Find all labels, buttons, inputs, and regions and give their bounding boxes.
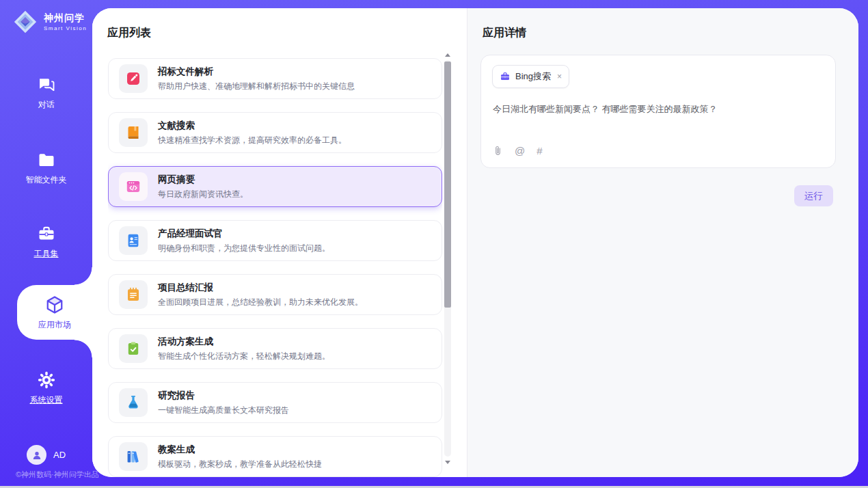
app-card-icon [119,280,148,309]
sidebar-item-label: 智能文件夹 [26,174,67,186]
sidebar-item-toolbox[interactable]: 工具集 [0,224,92,260]
app-card-list: 招标文件解析 帮助用户快速、准确地理解和解析招标书中的关键信息 文献搜索 快速精… [108,58,442,477]
scroll-down-icon[interactable] [444,458,452,466]
tool-tag-bing[interactable]: Bing搜索 × [492,65,569,88]
app-card-desc: 全面回顾项目进展，总结经验教训，助力未来优化发展。 [158,297,363,308]
app-card-icon [119,172,148,201]
briefcase-icon [500,71,511,82]
app-card-title: 招标文件解析 [158,66,355,78]
app-card-desc: 每日政府新闻资讯快查。 [158,189,248,200]
app-card-title: 教案生成 [158,444,322,456]
sidebar-item-icon [37,224,56,243]
app-card-title: 活动方案生成 [158,336,330,348]
app-card-desc: 智能生成个性化活动方案，轻松解决规划难题。 [158,351,330,362]
app-card-bid-edit[interactable]: 招标文件解析 帮助用户快速、准确地理解和解析招标书中的关键信息 [108,58,442,99]
app-card-interview[interactable]: 产品经理面试官 明确身份和职责，为您提供专业性的面试问题。 [108,220,442,261]
app-card-icon [119,442,148,471]
scrollbar[interactable] [444,51,452,466]
app-card-icon [119,334,148,363]
app-card-icon [119,64,148,93]
sidebar-item-gear[interactable]: 系统设置 [0,370,92,406]
app-card-desc: 帮助用户快速、准确地理解和解析招标书中的关键信息 [158,81,355,92]
run-button[interactable]: 运行 [794,185,833,206]
app-card-icon [119,388,148,417]
sidebar-item-label: 系统设置 [30,394,63,406]
app-card-book[interactable]: 文献搜索 快速精准查找学术资源，提高研究效率的必备工具。 [108,112,442,153]
sidebar-item-label: 应用市场 [38,319,71,331]
app-card-desc: 明确身份和职责，为您提供专业性的面试问题。 [158,243,330,254]
prompt-text[interactable]: 今日湖北有哪些新闻要点？ 有哪些需要关注的最新政策？ [493,103,824,116]
topic-icon[interactable]: # [537,146,542,156]
app-card-title: 网页摘要 [158,174,248,186]
scrollbar-thumb[interactable] [444,62,451,308]
app-card-icon [119,118,148,147]
close-icon[interactable]: × [556,72,562,81]
sidebar-item-label: 工具集 [34,248,59,260]
composer-toolbar: @ # [493,145,543,157]
main-content: 应用列表 招标文件解析 帮助用户快速、准确地理解和解析招标书中的关键信息 文献搜… [92,8,858,477]
app-card-lesson[interactable]: 教案生成 模板驱动，教案秒成，教学准备从此轻松快捷 [108,436,442,477]
app-card-research[interactable]: 研究报告 一键智能生成高质量长文本研究报告 [108,382,442,423]
sidebar-item-icon [37,150,56,170]
app-detail-panel: 应用详情 Bing搜索 × 今日湖北有哪些新闻要点？ 有哪些需要关注的最新政策？ [467,8,858,477]
app-card-title: 产品经理面试官 [158,228,330,240]
sidebar-item-folder[interactable]: 智能文件夹 [0,150,92,186]
sidebar-item-icon [44,295,65,315]
attachment-icon[interactable] [493,145,503,157]
app-card-desc: 模板驱动，教案秒成，教学准备从此轻松快捷 [158,459,322,470]
scroll-up-icon[interactable] [444,51,452,59]
mention-icon[interactable]: @ [515,146,525,156]
app-detail-title: 应用详情 [483,26,526,40]
app-card-title: 研究报告 [158,390,289,402]
app-card-title: 文献搜索 [158,120,347,132]
app-list-panel: 应用列表 招标文件解析 帮助用户快速、准确地理解和解析招标书中的关键信息 文献搜… [92,8,467,477]
prompt-input[interactable]: Bing搜索 × 今日湖北有哪些新闻要点？ 有哪些需要关注的最新政策？ @ # [480,55,836,168]
avatar [27,445,46,465]
app-card-desc: 一键智能生成高质量长文本研究报告 [158,405,289,416]
sidebar-item-label: 对话 [38,99,55,111]
tool-tag-label: Bing搜索 [515,70,551,83]
app-card-report[interactable]: 项目总结汇报 全面回顾项目进展，总结经验教训，助力未来优化发展。 [108,274,442,315]
user-initials: AD [53,450,66,460]
app-card-desc: 快速精准查找学术资源，提高研究效率的必备工具。 [158,135,347,146]
app-card-title: 项目总结汇报 [158,282,363,294]
app-card-plan[interactable]: 活动方案生成 智能生成个性化活动方案，轻松解决规划难题。 [108,328,442,369]
copyright-footer: ©神州数码·神州问学出品 [16,470,99,480]
user-account[interactable]: AD [27,445,66,465]
sidebar-item-icon [37,370,56,390]
sidebar-item-chat[interactable]: 对话 [0,75,92,111]
app-card-web-summary[interactable]: 网页摘要 每日政府新闻资讯快查。 [108,166,442,207]
app-card-icon [119,226,148,255]
app-list-title: 应用列表 [107,26,151,40]
sidebar-item-cube[interactable]: 应用市场 [17,285,92,340]
sidebar-nav: 对话 智能文件夹 工具集 应用市场 系统设置 [0,0,92,488]
sidebar: 神州问学 Smart Vision 对话 智能文件夹 工具集 应用市场 系统设置… [0,0,92,488]
sidebar-item-icon [37,75,56,94]
